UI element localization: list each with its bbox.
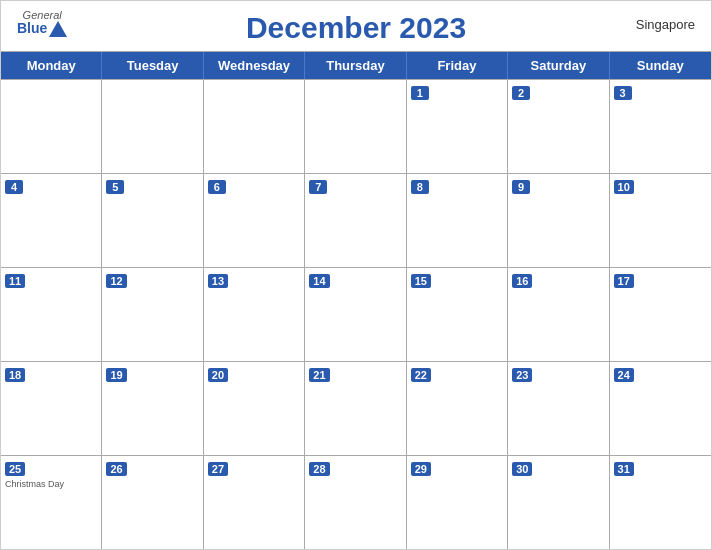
calendar-container: General Blue December 2023 Singapore Mon… [0, 0, 712, 550]
day-number: 16 [512, 274, 532, 288]
day-header-sunday: Sunday [610, 52, 711, 79]
day-cell: 4 [1, 174, 102, 267]
day-cell: 18 [1, 362, 102, 455]
day-cell: 17 [610, 268, 711, 361]
day-number: 24 [614, 368, 634, 382]
day-cell [204, 80, 305, 173]
day-cell: 29 [407, 456, 508, 549]
day-cell: 22 [407, 362, 508, 455]
logo-general: General [23, 9, 62, 21]
day-header-tuesday: Tuesday [102, 52, 203, 79]
day-cell: 5 [102, 174, 203, 267]
day-number: 13 [208, 274, 228, 288]
day-number: 5 [106, 180, 124, 194]
day-number: 3 [614, 86, 632, 100]
logo-icon [49, 21, 67, 37]
day-header-friday: Friday [407, 52, 508, 79]
day-number: 31 [614, 462, 634, 476]
day-cell: 13 [204, 268, 305, 361]
day-number: 21 [309, 368, 329, 382]
holiday-label: Christmas Day [5, 479, 97, 490]
day-number: 25 [5, 462, 25, 476]
day-number: 1 [411, 86, 429, 100]
day-number: 19 [106, 368, 126, 382]
country-label: Singapore [636, 17, 695, 32]
day-cell [305, 80, 406, 173]
day-cell: 24 [610, 362, 711, 455]
day-cell: 14 [305, 268, 406, 361]
logo-blue: Blue [17, 21, 47, 36]
day-cell: 7 [305, 174, 406, 267]
day-cell: 15 [407, 268, 508, 361]
day-number: 9 [512, 180, 530, 194]
day-cell: 21 [305, 362, 406, 455]
day-number: 15 [411, 274, 431, 288]
day-number: 27 [208, 462, 228, 476]
day-number: 26 [106, 462, 126, 476]
day-cell: 31 [610, 456, 711, 549]
calendar-title: December 2023 [246, 11, 466, 45]
day-number: 28 [309, 462, 329, 476]
day-header-monday: Monday [1, 52, 102, 79]
day-cell: 1 [407, 80, 508, 173]
day-header-wednesday: Wednesday [204, 52, 305, 79]
day-number: 12 [106, 274, 126, 288]
calendar-grid: MondayTuesdayWednesdayThursdayFridaySatu… [1, 51, 711, 549]
day-number: 7 [309, 180, 327, 194]
logo: General Blue [17, 9, 67, 37]
day-number: 2 [512, 86, 530, 100]
day-number: 6 [208, 180, 226, 194]
weeks-container: 1234567891011121314151617181920212223242… [1, 79, 711, 549]
day-cell: 28 [305, 456, 406, 549]
day-cell: 6 [204, 174, 305, 267]
day-cell: 19 [102, 362, 203, 455]
day-cell: 11 [1, 268, 102, 361]
day-cell: 16 [508, 268, 609, 361]
week-row-2: 45678910 [1, 173, 711, 267]
day-cell: 25Christmas Day [1, 456, 102, 549]
day-header-saturday: Saturday [508, 52, 609, 79]
day-cell: 3 [610, 80, 711, 173]
day-cell: 27 [204, 456, 305, 549]
day-cell: 30 [508, 456, 609, 549]
day-number: 14 [309, 274, 329, 288]
day-cell: 2 [508, 80, 609, 173]
day-cell: 12 [102, 268, 203, 361]
day-cell [102, 80, 203, 173]
day-number: 29 [411, 462, 431, 476]
day-number: 4 [5, 180, 23, 194]
day-cell [1, 80, 102, 173]
day-number: 23 [512, 368, 532, 382]
day-number: 20 [208, 368, 228, 382]
day-header-thursday: Thursday [305, 52, 406, 79]
day-cell: 23 [508, 362, 609, 455]
day-cell: 10 [610, 174, 711, 267]
day-number: 8 [411, 180, 429, 194]
day-cell: 9 [508, 174, 609, 267]
day-number: 30 [512, 462, 532, 476]
week-row-4: 18192021222324 [1, 361, 711, 455]
day-number: 18 [5, 368, 25, 382]
svg-marker-0 [49, 21, 67, 37]
day-cell: 20 [204, 362, 305, 455]
week-row-5: 25Christmas Day262728293031 [1, 455, 711, 549]
day-number: 10 [614, 180, 634, 194]
day-cell: 8 [407, 174, 508, 267]
day-number: 17 [614, 274, 634, 288]
day-number: 22 [411, 368, 431, 382]
day-number: 11 [5, 274, 25, 288]
day-headers-row: MondayTuesdayWednesdayThursdayFridaySatu… [1, 52, 711, 79]
week-row-3: 11121314151617 [1, 267, 711, 361]
week-row-1: 123 [1, 79, 711, 173]
calendar-header: General Blue December 2023 Singapore [1, 1, 711, 51]
day-cell: 26 [102, 456, 203, 549]
